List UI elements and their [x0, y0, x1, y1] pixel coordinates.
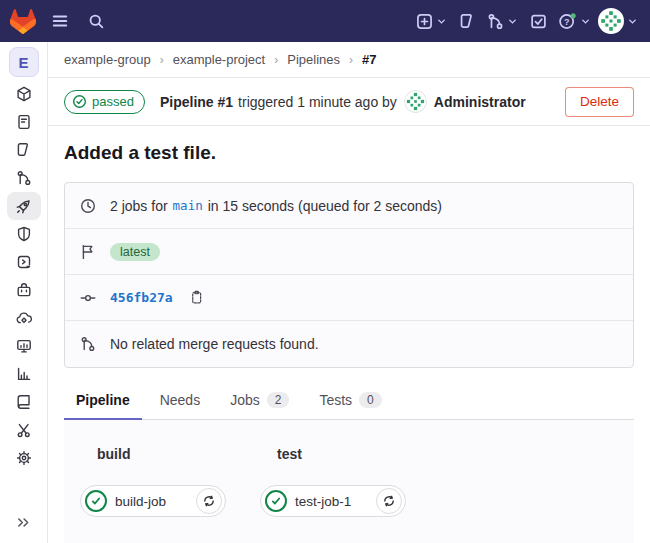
retry-icon: [202, 494, 216, 508]
sidebar-item-analytics[interactable]: [7, 360, 41, 388]
user-avatar[interactable]: [404, 90, 427, 113]
sidebar: E: [0, 42, 48, 543]
sidebar-item-issues[interactable]: [7, 136, 41, 164]
environment-icon: [16, 254, 32, 270]
tab-tests[interactable]: Tests 0: [307, 381, 393, 420]
sidebar-item-project-information[interactable]: [7, 80, 41, 108]
book-icon: [16, 394, 32, 410]
tests-count-badge: 0: [359, 392, 382, 408]
copy-sha-button[interactable]: [187, 288, 206, 307]
stage-test: test test-job-1: [260, 446, 406, 543]
cube-icon: [16, 86, 32, 102]
issues-icon: [16, 142, 32, 158]
job-passed-icon: [85, 490, 107, 512]
merge-requests-button[interactable]: [487, 5, 518, 37]
breadcrumb: example-group › example-project › Pipeli…: [48, 42, 650, 78]
sidebar-item-repository[interactable]: [7, 108, 41, 136]
breadcrumb-pipelines[interactable]: Pipelines: [287, 52, 340, 67]
sidebar-item-snippets[interactable]: [7, 416, 41, 444]
pipeline-graph: build build-job: [64, 420, 634, 543]
user-avatar: [598, 8, 624, 34]
jobs-duration-row: 2 jobs for main in 15 seconds (queued fo…: [65, 183, 633, 229]
job-test-job-1[interactable]: test-job-1: [260, 485, 406, 517]
chevron-down-icon: [627, 16, 638, 27]
user-name-link[interactable]: Administrator: [434, 94, 526, 110]
shield-icon: [16, 226, 32, 242]
tab-needs[interactable]: Needs: [148, 381, 212, 420]
sidebar-item-merge-requests[interactable]: [7, 164, 41, 192]
latest-badge-row: latest: [65, 229, 633, 275]
package-icon: [16, 282, 32, 298]
sidebar-item-packages-registries[interactable]: [7, 276, 41, 304]
branch-link[interactable]: main: [173, 198, 203, 213]
sidebar-item-security-compliance[interactable]: [7, 220, 41, 248]
sidebar-item-monitor[interactable]: [7, 332, 41, 360]
tab-pipeline[interactable]: Pipeline: [64, 381, 142, 420]
commit-sha-link[interactable]: 456fb27a: [110, 290, 173, 305]
issues-button[interactable]: [454, 5, 480, 37]
new-menu-button[interactable]: [416, 5, 447, 37]
job-build-job[interactable]: build-job: [80, 485, 226, 517]
breadcrumb-separator: ›: [160, 53, 164, 67]
flag-icon: [80, 244, 96, 260]
retry-job-button[interactable]: [196, 488, 222, 514]
search-icon[interactable]: [83, 5, 109, 37]
pipeline-details-box: 2 jobs for main in 15 seconds (queued fo…: [64, 182, 634, 368]
commit-title: Added a test file.: [64, 142, 634, 164]
double-chevron-right-icon: [16, 515, 31, 530]
help-menu-button[interactable]: ?: [558, 5, 591, 37]
retry-job-button[interactable]: [376, 488, 402, 514]
sidebar-item-ci-cd[interactable]: [7, 192, 41, 220]
chevron-down-icon: [507, 16, 518, 27]
gitlab-logo-icon[interactable]: [10, 8, 37, 34]
commit-icon: [80, 290, 96, 306]
pipeline-status-row: passed Pipeline #1 triggered 1 minute ag…: [48, 78, 650, 126]
topbar: ?: [0, 0, 650, 42]
pipeline-trigger-info: Pipeline #1 triggered 1 minute ago by: [160, 90, 526, 113]
document-icon: [16, 114, 32, 130]
clipboard-copy-icon: [189, 290, 204, 305]
sidebar-item-infrastructure[interactable]: [7, 304, 41, 332]
svg-text:?: ?: [564, 16, 569, 26]
breadcrumb-project[interactable]: example-project: [173, 52, 266, 67]
jobs-count-badge: 2: [267, 392, 290, 408]
merge-request-icon: [80, 336, 96, 352]
breadcrumb-separator: ›: [349, 53, 353, 67]
stage-build: build build-job: [80, 446, 226, 543]
merge-request-icon: [16, 170, 32, 186]
sidebar-item-deployments[interactable]: [7, 248, 41, 276]
commit-sha-row: 456fb27a: [65, 275, 633, 321]
chevron-down-icon: [436, 16, 447, 27]
main-content: example-group › example-project › Pipeli…: [48, 42, 650, 543]
sidebar-item-wiki[interactable]: [7, 388, 41, 416]
latest-badge[interactable]: latest: [110, 243, 160, 261]
monitor-icon: [16, 338, 32, 354]
todos-button[interactable]: [525, 5, 551, 37]
project-avatar[interactable]: E: [9, 47, 39, 77]
gear-icon: [16, 450, 32, 466]
delete-button[interactable]: Delete: [565, 87, 634, 117]
pipeline-tabs: Pipeline Needs Jobs 2 Tests 0: [64, 381, 634, 420]
breadcrumb-separator: ›: [274, 53, 278, 67]
merge-requests-row: No related merge requests found.: [65, 321, 633, 367]
scissors-icon: [16, 422, 32, 438]
merge-request-icon: [487, 13, 504, 30]
chevron-down-icon: [580, 16, 591, 27]
user-menu-button[interactable]: [598, 5, 638, 37]
help-question-icon: ?: [558, 12, 577, 31]
retry-icon: [382, 494, 396, 508]
breadcrumb-pipeline-id: #7: [362, 52, 376, 67]
sidebar-expand-toggle[interactable]: [0, 508, 47, 536]
cloud-gear-icon: [16, 310, 32, 326]
breadcrumb-group[interactable]: example-group: [64, 52, 151, 67]
rocket-icon: [15, 198, 32, 215]
tab-jobs[interactable]: Jobs 2: [218, 381, 301, 420]
status-badge[interactable]: passed: [64, 90, 145, 114]
chart-icon: [16, 366, 32, 382]
hamburger-menu-icon[interactable]: [47, 5, 73, 37]
job-passed-icon: [265, 490, 287, 512]
issues-icon: [459, 13, 476, 30]
check-circle-icon: [72, 94, 87, 109]
clock-icon: [80, 198, 96, 214]
sidebar-item-settings[interactable]: [7, 444, 41, 472]
